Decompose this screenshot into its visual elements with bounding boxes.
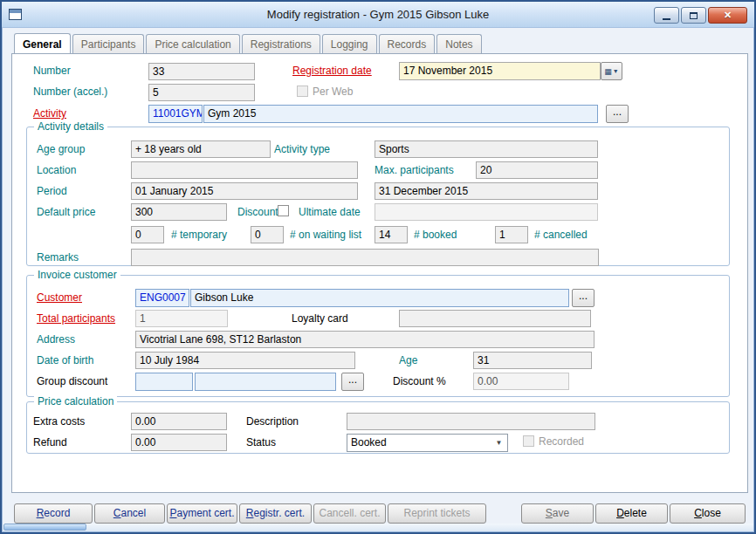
address-label: Address [37,333,75,346]
booked-count-field[interactable]: 14 [375,226,408,243]
group-discount-label: Group discount [37,375,107,387]
delete-button[interactable]: Delete [595,503,668,524]
activity-lookup-button[interactable]: ... [606,105,629,123]
tab-notes[interactable]: Notes [436,34,481,53]
discount-checkbox[interactable] [278,205,289,216]
activity-code-field[interactable]: 11001GYM [148,105,203,123]
cancel-button[interactable]: Cancel [94,503,165,524]
group-discount-lookup-button[interactable]: ... [341,373,364,391]
number-accel-label: Number (accel.) [33,86,107,98]
recorded-label: Recorded [539,435,584,448]
maximize-icon [690,12,698,19]
recorded-checkbox [523,435,534,447]
tab-records[interactable]: Records [379,34,436,53]
total-participants-field: 1 [135,310,228,327]
minimize-icon [663,18,670,20]
address-field[interactable]: Vicotrial Lane 698, ST12 Barlaston [135,331,594,348]
discount-percent-field: 0.00 [473,373,569,390]
date-of-birth-label: Date of birth [37,354,93,366]
age-group-label: Age group [37,143,85,155]
loyalty-card-field[interactable] [399,310,591,327]
customer-label[interactable]: Customer [37,291,82,304]
remarks-field[interactable] [131,249,599,266]
title-bar[interactable]: Modify registration - Gym 2015 Gibson Lu… [2,2,754,28]
customer-code-field[interactable]: ENG0007 [135,289,189,307]
cancelled-count-label: # cancelled [534,229,588,241]
activity-name-field[interactable]: Gym 2015 [203,105,598,123]
combo-arrow-icon: ▼ [491,435,506,450]
group-discount-code-field[interactable] [135,373,193,391]
default-price-label: Default price [37,206,95,218]
activity-type-field[interactable]: Sports [375,140,598,158]
reprint-tickets-button: Reprint tickets [388,503,486,524]
age-label: Age [399,354,417,366]
age-field[interactable]: 31 [473,352,592,369]
extra-costs-label: Extra costs [33,415,85,428]
minimize-button[interactable] [654,7,679,24]
number-accel-field[interactable]: 5 [148,84,255,101]
chevron-down-icon: ▼ [613,68,619,74]
status-bar [3,524,753,531]
maximize-button[interactable] [681,7,706,24]
per-web-label: Per Web [313,86,353,98]
period-from-field[interactable]: 01 January 2015 [131,182,358,200]
max-participants-label: Max. participants [375,164,454,176]
customer-name-field[interactable]: Gibson Luke [190,289,569,307]
price-calculation-title: Price calculation [34,395,117,407]
tab-logging[interactable]: Logging [322,34,377,53]
waiting-count-field[interactable]: 0 [251,226,284,243]
extra-costs-field[interactable]: 0.00 [131,413,227,430]
tab-strip: General Participants Price calculation R… [14,34,482,53]
calendar-button[interactable]: ▦▼ [601,62,622,80]
cancelled-count-field[interactable]: 1 [495,226,528,243]
waiting-count-label: # on waiting list [290,229,361,241]
activity-label[interactable]: Activity [33,107,66,120]
tab-participants[interactable]: Participants [72,34,145,53]
ultimate-date-field [375,203,598,221]
discount-percent-label: Discount % [393,375,446,387]
default-price-field[interactable]: 300 [131,203,227,221]
registration-date-field[interactable]: 17 November 2015 [399,62,601,80]
status-segment [3,524,86,531]
number-label: Number [33,65,71,77]
remarks-label: Remarks [37,251,79,264]
cancell-cert-button: Cancell. cert. [313,503,386,524]
location-field[interactable] [131,161,358,179]
tab-price-calculation[interactable]: Price calculation [146,34,239,53]
payment-cert-button[interactable]: Payment cert. [167,503,237,524]
temporary-count-label: # temporary [171,229,227,241]
location-label: Location [37,164,76,176]
period-to-field[interactable]: 31 December 2015 [375,182,598,200]
invoice-customer-title: Invoice customer [34,269,120,281]
customer-lookup-button[interactable]: ... [572,289,594,307]
per-web-checkbox [297,86,308,97]
window-controls: ✕ [654,7,747,24]
age-group-field[interactable]: + 18 years old [131,140,271,158]
temporary-count-field[interactable]: 0 [131,226,164,243]
period-label: Period [37,185,67,197]
refund-field[interactable]: 0.00 [131,434,227,451]
registration-date-label[interactable]: Registration date [292,65,372,77]
discount-label: Discount [237,206,278,218]
group-discount-name-field[interactable] [195,373,336,391]
status-select[interactable]: Booked ▼ [347,434,508,452]
calendar-icon: ▦ [604,67,612,76]
close-dialog-button[interactable]: Close [670,503,746,524]
max-participants-field[interactable]: 20 [476,161,598,179]
registr-cert-button[interactable]: Registr. cert. [239,503,312,524]
description-label: Description [246,415,299,428]
close-button[interactable]: ✕ [708,7,747,24]
record-button[interactable]: Record [14,503,93,524]
activity-type-label: Activity type [274,143,330,155]
description-field[interactable] [347,413,595,430]
status-label: Status [246,436,276,448]
tab-general[interactable]: General [14,33,71,53]
total-participants-label[interactable]: Total participants [37,312,115,325]
number-field[interactable]: 33 [148,63,255,80]
close-icon: ✕ [724,10,732,21]
status-value: Booked [351,436,387,448]
window-title: Modify registration - Gym 2015 Gibson Lu… [2,8,754,21]
save-button[interactable]: Save [521,503,594,524]
date-of-birth-field[interactable]: 10 July 1984 [135,352,355,369]
tab-registrations[interactable]: Registrations [242,34,320,53]
